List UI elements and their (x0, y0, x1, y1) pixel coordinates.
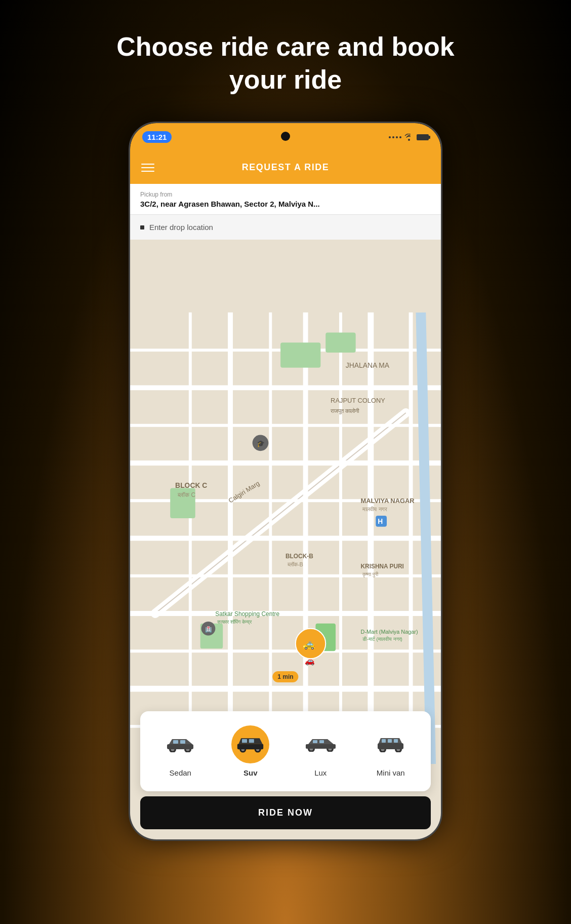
minivan-icon-wrap (372, 725, 410, 763)
svg-rect-58 (173, 740, 178, 744)
vehicle-option-lux[interactable]: Lux (296, 721, 346, 781)
pickup-box[interactable]: Pickup from 3C/2, near Agrasen Bhawan, S… (130, 184, 441, 215)
svg-text:BLOCK-B: BLOCK-B (286, 553, 313, 560)
svg-text:H: H (378, 517, 383, 525)
menu-button[interactable] (141, 164, 154, 172)
svg-text:मालवीय नगर: मालवीय नगर (362, 506, 387, 512)
drop-dot-icon (140, 225, 144, 229)
drop-placeholder[interactable]: Enter drop location (149, 223, 213, 232)
svg-rect-71 (306, 744, 336, 749)
svg-text:🚗: 🚗 (305, 656, 315, 666)
vehicle-option-sedan[interactable]: Sedan (155, 721, 206, 781)
suv-icon-wrap (231, 725, 269, 763)
svg-text:D-Mart (Malviya Nagar): D-Mart (Malviya Nagar) (361, 629, 418, 635)
svg-rect-59 (180, 740, 185, 744)
svg-rect-66 (249, 739, 254, 743)
minivan-label: Mini van (377, 768, 405, 777)
lux-label: Lux (314, 768, 327, 777)
svg-rect-79 (382, 739, 386, 743)
pickup-address: 3C/2, near Agrasen Bhawan, Sector 2, Mal… (140, 200, 431, 208)
svg-rect-81 (394, 739, 398, 743)
ride-now-button[interactable]: RIDE NOW (140, 796, 431, 829)
svg-rect-72 (313, 740, 317, 743)
svg-text:🏥: 🏥 (205, 626, 212, 633)
app-header: REQUEST A RIDE (130, 151, 441, 184)
svg-rect-22 (325, 332, 355, 353)
vehicle-option-minivan[interactable]: Mini van (365, 721, 416, 781)
svg-rect-78 (378, 743, 403, 749)
svg-text:ब्लॉक C: ब्लॉक C (177, 491, 195, 498)
svg-rect-65 (242, 739, 247, 743)
status-bar: 11:21 (130, 123, 441, 151)
suv-label: Suv (243, 768, 258, 777)
pickup-label: Pickup from (140, 191, 431, 198)
svg-text:ब्लॉक-B: ब्लॉक-B (287, 561, 303, 567)
svg-rect-21 (280, 342, 320, 368)
svg-text:BLOCK C: BLOCK C (175, 481, 207, 489)
vehicle-option-suv[interactable]: Suv (225, 721, 275, 781)
svg-rect-73 (319, 740, 324, 743)
page-title: Choose ride care and book your ride (116, 30, 455, 96)
svg-rect-57 (167, 744, 193, 749)
svg-text:Satkar Shopping Centre: Satkar Shopping Centre (215, 610, 279, 618)
svg-text:डी-मार्ट (मालवीय नगर): डी-मार्ट (मालवीय नगर) (362, 636, 402, 642)
camera-notch (281, 132, 290, 141)
svg-text:🚕: 🚕 (303, 638, 315, 650)
svg-rect-80 (388, 739, 392, 743)
vehicle-panel: Sedan Suv (140, 711, 431, 791)
svg-text:RAJPUT COLONY: RAJPUT COLONY (331, 397, 385, 404)
lux-icon-wrap (302, 725, 340, 763)
svg-text:कृष्णा पुरी: कृष्णा पुरी (362, 571, 379, 578)
location-inputs: Pickup from 3C/2, near Agrasen Bhawan, S… (130, 184, 441, 240)
status-time: 11:21 (142, 131, 172, 143)
status-icons (389, 134, 429, 141)
header-title: REQUEST A RIDE (242, 162, 330, 173)
battery-icon (417, 134, 429, 140)
wifi-icon (404, 134, 414, 141)
svg-text:सत्कार शॉपिंग केन्द्र: सत्कार शॉपिंग केन्द्र (217, 619, 252, 625)
svg-text:JHALANA MA: JHALANA MA (346, 361, 390, 369)
svg-text:🎓: 🎓 (257, 440, 265, 448)
eta-bubble: 1 min (272, 671, 298, 682)
ride-now-label: RIDE NOW (258, 807, 313, 818)
svg-rect-64 (237, 744, 263, 749)
sedan-icon-wrap (161, 725, 199, 763)
svg-text:KRISHNA PURI: KRISHNA PURI (361, 563, 404, 570)
svg-text:राजपूत कालोनी: राजपूत कालोनी (330, 408, 359, 414)
sedan-label: Sedan (170, 768, 191, 777)
drop-box[interactable]: Enter drop location (130, 215, 441, 240)
phone-frame: 11:21 REQUEST A RIDE (129, 122, 442, 841)
svg-text:MALVIYA NAGAR: MALVIYA NAGAR (361, 497, 415, 505)
